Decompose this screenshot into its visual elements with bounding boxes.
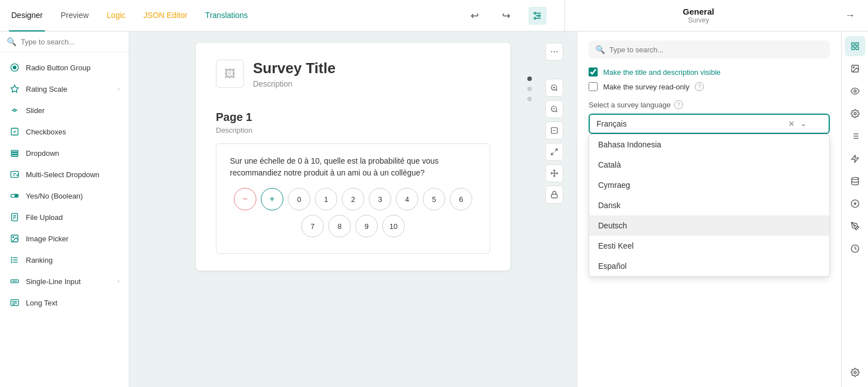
- rating-btn[interactable]: 8: [328, 215, 351, 237]
- tab-designer[interactable]: Designer: [9, 0, 45, 32]
- sidebar-item-ranking[interactable]: Ranking: [0, 249, 129, 271]
- far-right-eye2-icon[interactable]: [845, 81, 865, 101]
- lang-info-icon[interactable]: ?: [674, 100, 683, 109]
- sidebar-item-label-multi-select-dropdown: Multi-Select Dropdown: [26, 170, 120, 179]
- svg-rect-55: [856, 47, 858, 50]
- sidebar-item-slider[interactable]: Slider: [0, 100, 129, 121]
- svg-point-19: [15, 195, 17, 197]
- rating-btn[interactable]: 6: [450, 188, 472, 210]
- lang-option-dansk[interactable]: Dansk: [589, 195, 829, 215]
- right-panel: 🔍 Make the title and description visible…: [577, 32, 841, 387]
- sidebar-search-input[interactable]: [21, 38, 122, 46]
- right-panel-search-icon: 🔍: [595, 45, 605, 54]
- rating-btn[interactable]: 1: [315, 188, 337, 210]
- lang-option-catala[interactable]: Català: [589, 155, 829, 175]
- rating-btn[interactable]: +: [261, 188, 283, 210]
- title-visible-row: Make the title and description visible: [589, 68, 830, 76]
- sidebar-item-long-text[interactable]: Long Text: [0, 292, 129, 313]
- sidebar-item-checkboxes[interactable]: Checkboxes: [0, 121, 129, 142]
- settings-button[interactable]: [528, 7, 546, 25]
- svg-rect-12: [11, 150, 18, 152]
- rating-btn[interactable]: 2: [342, 188, 364, 210]
- expand-button[interactable]: [545, 143, 563, 161]
- tab-json-editor[interactable]: JSON Editor: [141, 0, 189, 32]
- svg-point-5: [534, 17, 536, 19]
- svg-point-7: [13, 66, 16, 69]
- right-panel-search-input[interactable]: [609, 46, 823, 54]
- sidebar-item-single-line-input[interactable]: Single-Line Input ›: [0, 271, 129, 292]
- sidebar-item-label-yes-no: Yes/No (Boolean): [26, 192, 120, 200]
- far-right-zap2-icon[interactable]: [845, 148, 865, 169]
- far-right-db2-icon[interactable]: [845, 171, 865, 191]
- lang-chevron-icon[interactable]: ⌄: [801, 120, 806, 128]
- title-visible-label[interactable]: Make the title and description visible: [603, 68, 721, 76]
- zoom-in-button[interactable]: [545, 79, 563, 97]
- title-visible-checkbox[interactable]: [589, 68, 598, 76]
- rating-btn[interactable]: 3: [369, 188, 391, 210]
- left-sidebar: 🔍 Radio Button Group Rating Scale › Slid…: [0, 32, 129, 387]
- sidebar-item-multi-select-dropdown[interactable]: Multi-Select Dropdown: [0, 164, 129, 185]
- lang-select-input-box[interactable]: ✕ ⌄: [589, 114, 830, 134]
- sidebar-item-file-upload[interactable]: File Upload: [0, 206, 129, 228]
- undo-button[interactable]: ↩: [465, 7, 483, 25]
- far-right-gear3-icon[interactable]: [845, 104, 865, 124]
- sidebar-item-label-radio-button-group: Radio Button Group: [26, 64, 120, 72]
- svg-point-31: [11, 262, 12, 262]
- rating-btn[interactable]: 7: [301, 215, 324, 237]
- far-right-clock2-icon[interactable]: [845, 238, 865, 259]
- svg-point-30: [11, 259, 12, 260]
- sidebar-item-radio-button-group[interactable]: Radio Button Group: [0, 57, 129, 78]
- lang-input[interactable]: [596, 119, 786, 128]
- canvas-area: ⋯: [129, 32, 577, 387]
- page-title: Page 1: [216, 111, 490, 124]
- move-button[interactable]: [545, 164, 563, 182]
- redo-button[interactable]: ↪: [497, 7, 515, 25]
- far-right-grid-icon[interactable]: [845, 36, 865, 56]
- zoom-out-button[interactable]: [545, 100, 563, 118]
- zoom-reset-button[interactable]: [545, 122, 563, 140]
- tab-preview[interactable]: Preview: [58, 0, 91, 32]
- tab-logic[interactable]: Logic: [105, 0, 128, 32]
- read-only-checkbox[interactable]: [589, 82, 598, 91]
- lang-option-espanol[interactable]: Español: [589, 256, 829, 276]
- lang-option-cymraeg[interactable]: Cymraeg: [589, 175, 829, 195]
- sidebar-item-image-picker[interactable]: Image Picker: [0, 228, 129, 249]
- lang-option-deutsch[interactable]: Deutsch: [589, 215, 829, 236]
- far-right-settings-bottom-icon[interactable]: [845, 362, 865, 382]
- read-only-info-icon[interactable]: ?: [695, 82, 704, 91]
- rating-btn[interactable]: 9: [355, 215, 378, 237]
- lang-option-eesti[interactable]: Eesti Keel: [589, 236, 829, 256]
- lock-button[interactable]: [545, 186, 563, 204]
- tab-translations[interactable]: Translations: [203, 0, 250, 32]
- single-line-icon: [9, 276, 20, 287]
- far-right-image2-icon[interactable]: [845, 58, 865, 79]
- top-nav: Designer Preview Logic JSON Editor Trans…: [0, 0, 868, 32]
- rating-btn[interactable]: −: [234, 188, 256, 210]
- lang-option-bahasa[interactable]: Bahasa Indonesia: [589, 134, 829, 155]
- sidebar-item-dropdown[interactable]: Dropdown: [0, 142, 129, 164]
- lang-clear-button[interactable]: ✕: [788, 119, 795, 128]
- rating-btn[interactable]: 10: [382, 215, 405, 237]
- right-panel-title-survey: Survey: [688, 16, 709, 24]
- far-right-circle-x2-icon[interactable]: [845, 194, 865, 214]
- dot-3: [527, 97, 532, 101]
- sidebar-item-yes-no[interactable]: Yes/No (Boolean): [0, 185, 129, 206]
- rating-row-1: −+0123456: [230, 188, 476, 210]
- close-panel-button[interactable]: →: [841, 7, 859, 25]
- far-right-brush2-icon[interactable]: [845, 216, 865, 236]
- copy-button[interactable]: ⋯: [545, 43, 563, 61]
- read-only-label[interactable]: Make the survey read-only: [603, 83, 689, 91]
- sidebar-item-label-slider: Slider: [26, 106, 120, 115]
- far-right-list2-icon[interactable]: [845, 126, 865, 146]
- rating-btn[interactable]: 4: [396, 188, 418, 210]
- dropdown-icon: [9, 147, 20, 159]
- survey-container: 🖼 Survey Title Description Page 1 Descri…: [196, 43, 510, 271]
- sidebar-item-label-checkboxes: Checkboxes: [26, 128, 120, 136]
- read-only-row: Make the survey read-only ?: [589, 82, 830, 91]
- rating-btn[interactable]: 5: [423, 188, 445, 210]
- svg-point-66: [852, 177, 858, 179]
- rating-row-2: 78910: [230, 215, 476, 237]
- sidebar-item-rating-scale[interactable]: Rating Scale ›: [0, 78, 129, 100]
- svg-line-39: [556, 89, 558, 91]
- rating-btn[interactable]: 0: [288, 188, 310, 210]
